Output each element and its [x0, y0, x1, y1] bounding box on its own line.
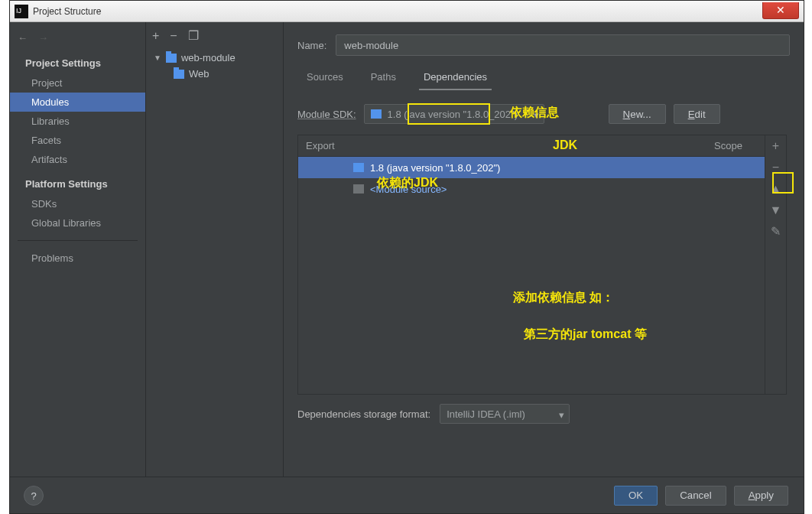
storage-label: Dependencies storage format: [297, 408, 430, 420]
annotation-dep-info: 依赖信息 [510, 105, 559, 121]
nav-artifacts[interactable]: Artifacts [10, 150, 145, 169]
dialog-button-bar: ? OK Cancel Apply [10, 477, 804, 513]
nav-toolbar: ← → [10, 27, 145, 48]
module-folder-icon [166, 54, 177, 63]
dependency-text: 1.8 (java version "1.8.0_202") [370, 162, 500, 174]
add-dependency-button[interactable]: + [772, 140, 779, 152]
dependency-row-jdk[interactable]: 1.8 (java version "1.8.0_202") [298, 157, 786, 178]
annotation-add-line2: 第三方的jar tomcat 等 [524, 327, 647, 343]
storage-format-combo[interactable]: IntelliJ IDEA (.iml) ▾ [440, 404, 570, 424]
module-tabs: Sources Paths Dependencies [302, 67, 790, 90]
nav-project[interactable]: Project [10, 73, 145, 93]
storage-row: Dependencies storage format: IntelliJ ID… [297, 404, 790, 424]
folder-icon [371, 109, 382, 119]
edit-sdk-button[interactable]: Edit [674, 104, 720, 124]
web-facet-icon [174, 70, 184, 79]
module-detail: Name: Sources Paths Dependencies Module … [284, 22, 804, 477]
edit-dependency-button[interactable]: ✎ [771, 226, 781, 238]
column-scope[interactable]: Scope [714, 140, 763, 151]
nav-libraries[interactable]: Libraries [10, 112, 145, 131]
tab-paths[interactable]: Paths [366, 67, 401, 90]
name-row: Name: [297, 34, 790, 56]
apply-button[interactable]: Apply [734, 486, 788, 506]
nav-sdks[interactable]: SDKs [10, 194, 145, 213]
left-sidebar: ← → Project Settings Project Modules Lib… [10, 22, 146, 477]
project-structure-window: Project Structure ✕ ← → Project Settings… [9, 0, 804, 514]
dependencies-body: 1.8 (java version "1.8.0_202") <Module s… [298, 157, 786, 200]
dependencies-header: Export Scope [298, 135, 786, 157]
window-close-button[interactable]: ✕ [762, 2, 799, 19]
back-icon[interactable]: ← [18, 32, 28, 44]
tab-dependencies[interactable]: Dependencies [419, 67, 492, 90]
section-platform-settings: Platform Settings [10, 169, 145, 194]
add-icon[interactable]: + [152, 30, 159, 42]
move-down-button[interactable]: ▼ [770, 204, 782, 216]
tree-node-web-module[interactable]: ▼ web-module [151, 50, 278, 66]
annotation-jdk: JDK [553, 138, 577, 152]
module-sdk-label: Module SDK: [297, 109, 356, 120]
caret-down-icon: ▼ [154, 54, 161, 62]
cancel-button[interactable]: Cancel [665, 486, 726, 506]
intellij-icon [15, 5, 28, 18]
divider [18, 240, 138, 241]
nav-facets[interactable]: Facets [10, 131, 145, 150]
module-name-input[interactable] [336, 34, 790, 56]
caret-down-icon: ▾ [559, 409, 564, 421]
folder-icon [353, 163, 364, 172]
column-export[interactable]: Export [298, 140, 353, 151]
module-sdk-value: 1.8 (java version "1.8.0_202") [388, 109, 518, 120]
annotation-add-line1: 添加依赖信息 如： [513, 290, 614, 306]
tree-node-label: web-module [181, 52, 235, 63]
ok-button[interactable]: OK [614, 486, 658, 506]
dependency-tools: + − ▲ ▼ ✎ [765, 135, 786, 394]
folder-icon [353, 184, 364, 194]
nav-global-libraries[interactable]: Global Libraries [10, 213, 145, 233]
module-tree-panel: + − ❐ ▼ web-module Web [146, 22, 284, 477]
storage-format-value: IntelliJ IDEA (.iml) [447, 408, 525, 420]
tab-sources[interactable]: Sources [302, 67, 348, 90]
tree-node-label: Web [189, 68, 209, 80]
tree-toolbar: + − ❐ [146, 27, 283, 45]
dependency-row-module-source[interactable]: <Module source> [298, 178, 786, 200]
nav-problems[interactable]: Problems [10, 249, 145, 268]
forward-icon[interactable]: → [38, 32, 48, 44]
copy-icon[interactable]: ❐ [188, 30, 199, 42]
remove-dependency-button[interactable]: − [772, 161, 779, 174]
annotation-dep-jdk: 依赖的JDK [377, 175, 438, 191]
module-tree: ▼ web-module Web [146, 45, 283, 86]
move-up-button[interactable]: ▲ [770, 183, 782, 195]
section-project-settings: Project Settings [10, 48, 145, 73]
dependencies-table: Export Scope 1.8 (java version "1.8.0_20… [297, 135, 787, 395]
window-title: Project Structure [33, 6, 101, 17]
help-button[interactable]: ? [24, 486, 44, 506]
nav-modules[interactable]: Modules [10, 93, 145, 112]
remove-icon[interactable]: − [170, 30, 177, 42]
name-label: Name: [297, 40, 326, 51]
new-sdk-button[interactable]: New... [609, 104, 666, 124]
tree-node-web-facet[interactable]: Web [151, 66, 278, 82]
client-area: ← → Project Settings Project Modules Lib… [10, 22, 804, 477]
titlebar: Project Structure ✕ [10, 1, 804, 22]
